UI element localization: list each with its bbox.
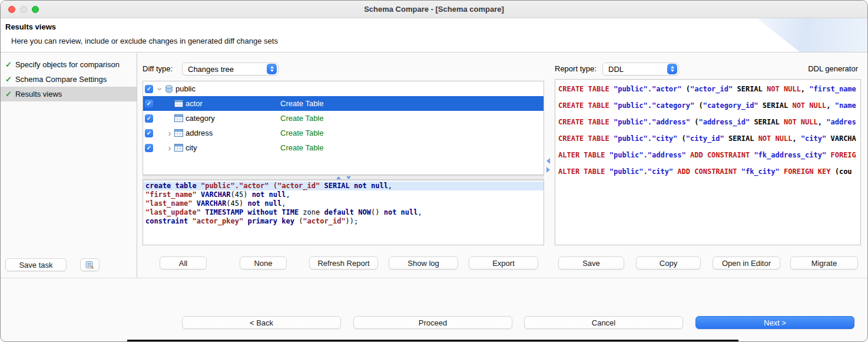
cancel-button[interactable]: Cancel (524, 316, 683, 329)
header-decoration (726, 18, 867, 52)
check-icon: ✓ (147, 86, 151, 92)
all-button[interactable]: All (160, 256, 207, 269)
tree-item-action: Create Table (280, 114, 323, 123)
wizard-header: Results views Here you can review, inclu… (1, 18, 867, 52)
code-line: constraint "actor_pkey" primary key ("ac… (143, 217, 544, 226)
tree-row-address[interactable]: ✓ › address Create Table (143, 126, 544, 140)
row-checkbox[interactable]: ✓ (145, 85, 153, 93)
refresh-report-button[interactable]: Refresh Report (309, 256, 378, 269)
ddl-report-viewer[interactable]: CREATE TABLE "public"."actor" ("actor_id… (555, 79, 861, 245)
tree-item-action: Create Table (280, 129, 323, 137)
next-button[interactable]: Next > (695, 316, 854, 329)
tree-item-label: public (175, 84, 196, 93)
row-checkbox[interactable]: ✓ (145, 100, 153, 108)
check-icon: ✓ (147, 145, 151, 151)
tree-item-action: Create Table (280, 143, 323, 152)
check-icon: ✓ (5, 90, 12, 98)
chevron-right-icon[interactable]: › (165, 129, 174, 137)
open-in-editor-button[interactable]: Open in Editor (713, 256, 780, 269)
task-icon (85, 261, 94, 269)
table-icon (174, 114, 183, 122)
diff-type-value: Changes tree (188, 65, 234, 74)
page-title: Results views (5, 22, 56, 31)
tree-item-action: Create Table (280, 99, 323, 108)
tree-row-actor[interactable]: ✓ actor Create Table (143, 96, 544, 111)
none-button[interactable]: None (240, 256, 287, 269)
row-checkbox[interactable]: ✓ (145, 114, 153, 123)
code-line: "first_name" VARCHAR(45) not null, (143, 190, 544, 199)
sidebar-item-label: Specify objects for comparison (15, 60, 120, 69)
ddl-report-panel: Report type: DDL DDL generator CREATE TA… (552, 52, 863, 278)
table-icon (174, 100, 183, 107)
tree-row-category[interactable]: ✓ category Create Table (143, 111, 544, 126)
diff-panel: Diff type: Changes tree ✓ › public ✓ (143, 52, 544, 278)
report-type-value: DDL (608, 65, 624, 74)
chevron-down-icon[interactable]: › (156, 84, 164, 94)
proceed-button[interactable]: Proceed (353, 316, 512, 329)
sql-source-viewer[interactable]: create table "public"."actor" ("actor_id… (143, 180, 544, 245)
ddl-generator-label: DDL generator (808, 63, 858, 75)
code-line: CREATE TABLE "public"."category" ("categ… (555, 97, 860, 114)
collapse-left-icon[interactable] (546, 158, 550, 164)
tree-row-city[interactable]: ✓ › city Create Table (143, 140, 544, 155)
sidebar-item-specify-objects[interactable]: ✓ Specify objects for comparison (1, 57, 137, 72)
row-checkbox[interactable]: ✓ (145, 144, 153, 152)
content-footer-divider (1, 278, 868, 278)
back-button[interactable]: < Back (182, 316, 341, 329)
horizontal-splitter[interactable] (143, 175, 544, 180)
dropdown-stepper-icon (667, 64, 677, 74)
chevron-right-icon[interactable]: › (165, 144, 174, 152)
tree-item-label: actor (185, 99, 203, 108)
diff-type-label: Diff type: (143, 63, 173, 75)
panel-splitter-handle[interactable] (544, 52, 552, 278)
tree-row-public[interactable]: ✓ › public (143, 81, 544, 96)
table-icon (174, 144, 183, 152)
save-task-file-button[interactable] (80, 258, 100, 271)
dropdown-stepper-icon (267, 64, 277, 74)
check-icon: ✓ (5, 75, 12, 84)
tree-item-label: city (185, 143, 197, 152)
table-icon (174, 129, 183, 137)
schema-compare-window: Schema Compare - [Schema compare] Result… (0, 0, 868, 342)
check-icon: ✓ (5, 60, 12, 69)
export-button[interactable]: Export (469, 256, 538, 269)
sidebar-item-results-views[interactable]: ✓ Results views (1, 87, 137, 101)
collapse-right-icon[interactable] (546, 167, 550, 173)
splitter-handle-icon[interactable] (332, 176, 356, 179)
tree-item-label: category (185, 114, 215, 123)
diff-type-select[interactable]: Changes tree (182, 63, 279, 75)
page-subtitle: Here you can review, include or exclude … (11, 37, 278, 45)
code-line: ALTER TABLE "public"."city" ADD CONSTRAI… (555, 163, 860, 180)
wizard-steps-sidebar: ✓ Specify objects for comparison ✓ Schem… (1, 53, 137, 278)
diff-changes-tree[interactable]: ✓ › public ✓ (143, 81, 544, 175)
code-line: CREATE TABLE "public"."city" ("city_id" … (555, 130, 860, 147)
code-line: "last_update" TIMESTAMP without TIME zon… (143, 208, 544, 217)
code-line: "last_name" VARCHAR(45) not null, (143, 199, 544, 208)
code-line: CREATE TABLE "public"."address" ("addres… (555, 114, 860, 130)
save-button[interactable]: Save (558, 256, 624, 269)
sidebar-item-compare-settings[interactable]: ✓ Schema Compare Settings (1, 72, 137, 87)
sidebar-item-label: Results views (15, 90, 62, 98)
check-icon: ✓ (147, 116, 151, 121)
code-line: ALTER TABLE "public"."address" ADD CONST… (555, 147, 860, 163)
check-icon: ✓ (147, 130, 151, 136)
check-icon: ✓ (147, 101, 151, 107)
tree-item-label: address (185, 129, 213, 137)
row-checkbox[interactable]: ✓ (145, 129, 153, 137)
code-line: CREATE TABLE "public"."actor" ("actor_id… (555, 81, 860, 97)
window-title: Schema Compare - [Schema compare] (1, 1, 867, 18)
report-type-select[interactable]: DDL (602, 63, 679, 75)
copy-button[interactable]: Copy (636, 256, 701, 269)
report-type-label: Report type: (555, 63, 597, 75)
migrate-button[interactable]: Migrate (790, 256, 858, 269)
save-task-button[interactable]: Save task (5, 258, 67, 271)
show-log-button[interactable]: Show log (389, 256, 458, 269)
code-line: create table "public"."actor" ("actor_id… (143, 182, 544, 190)
bottom-edge-line (127, 340, 738, 341)
titlebar: Schema Compare - [Schema compare] (1, 1, 867, 18)
sidebar-item-label: Schema Compare Settings (15, 75, 107, 84)
schema-icon (165, 85, 173, 93)
